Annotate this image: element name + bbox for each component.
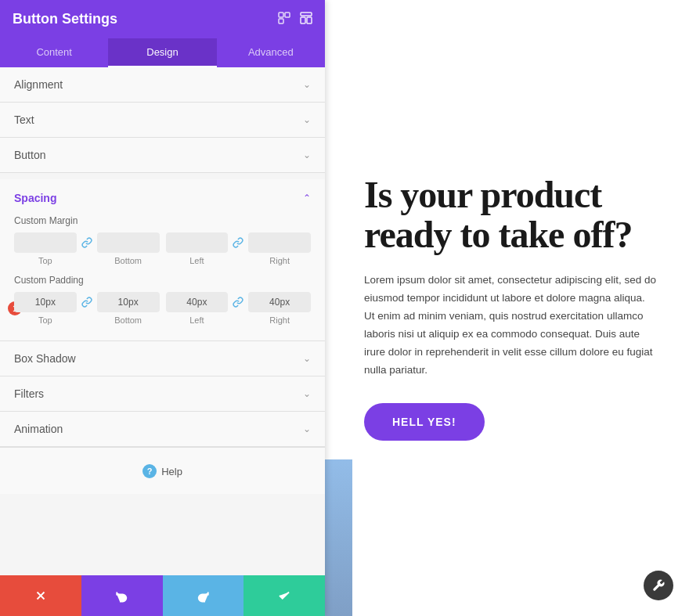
svg-rect-0 bbox=[279, 13, 283, 17]
custom-margin-label: Custom Margin bbox=[14, 215, 311, 226]
settings-panel: Button Settings bbox=[0, 0, 325, 616]
text-chevron: ⌄ bbox=[303, 114, 311, 125]
padding-bottom-group: Bottom bbox=[97, 292, 160, 325]
margin-top-group: Top bbox=[14, 232, 77, 265]
padding-top-label: Top bbox=[38, 315, 52, 325]
redo-button[interactable] bbox=[163, 575, 244, 616]
bottom-bar bbox=[0, 575, 325, 616]
margin-tb-link-icon[interactable] bbox=[81, 237, 92, 250]
margin-top-label: Top bbox=[38, 256, 52, 265]
svg-rect-3 bbox=[301, 13, 312, 16]
margin-bottom-wrap bbox=[97, 232, 160, 253]
spacing-section: Spacing ⌃ Custom Margin Top bbox=[0, 179, 325, 341]
padding-section: Custom Padding 1 Top bbox=[14, 275, 311, 325]
margin-lr-link-icon[interactable] bbox=[233, 237, 243, 250]
help-area: ? Help bbox=[0, 447, 325, 494]
panel-header: Button Settings bbox=[0, 0, 325, 38]
padding-left-group: Left bbox=[166, 292, 229, 325]
animation-chevron: ⌄ bbox=[303, 423, 311, 434]
undo-button[interactable] bbox=[81, 575, 163, 616]
section-box-shadow[interactable]: Box Shadow ⌄ bbox=[0, 341, 325, 376]
panel-title: Button Settings bbox=[13, 11, 117, 27]
spacing-title: Spacing bbox=[14, 192, 56, 204]
padding-right-input[interactable] bbox=[254, 297, 305, 308]
button-chevron: ⌄ bbox=[303, 149, 311, 160]
spacing-header[interactable]: Spacing ⌃ bbox=[14, 192, 311, 204]
padding-right-group: Right bbox=[248, 292, 311, 325]
padding-top-wrap bbox=[14, 292, 77, 312]
margin-right-label: Right bbox=[269, 256, 290, 265]
panel-tabs: Content Design Advanced bbox=[0, 38, 325, 67]
margin-right-input[interactable] bbox=[254, 237, 305, 248]
tab-content[interactable]: Content bbox=[0, 38, 108, 67]
help-label: Help bbox=[161, 466, 182, 477]
margin-bottom-label: Bottom bbox=[114, 256, 142, 265]
panel-header-icons bbox=[278, 12, 312, 27]
alignment-label: Alignment bbox=[14, 78, 63, 91]
section-animation[interactable]: Animation ⌄ bbox=[0, 412, 325, 447]
box-shadow-label: Box Shadow bbox=[14, 352, 76, 365]
svg-rect-5 bbox=[307, 17, 312, 23]
margin-bottom-group: Bottom bbox=[97, 232, 160, 265]
margin-top-input[interactable] bbox=[20, 237, 70, 248]
section-filters[interactable]: Filters ⌄ bbox=[0, 376, 325, 412]
bg-illustration bbox=[325, 459, 352, 616]
svg-rect-4 bbox=[301, 17, 305, 23]
margin-bottom-input[interactable] bbox=[103, 237, 153, 248]
resize-icon[interactable] bbox=[278, 12, 290, 27]
wrench-fab-button[interactable] bbox=[644, 571, 673, 600]
padding-bottom-input[interactable] bbox=[103, 297, 153, 308]
svg-rect-2 bbox=[279, 19, 283, 23]
button-label: Button bbox=[14, 149, 45, 161]
box-shadow-chevron: ⌄ bbox=[303, 353, 311, 364]
padding-right-label: Right bbox=[269, 315, 290, 325]
main-container: Button Settings bbox=[0, 0, 689, 616]
help-button[interactable]: ? Help bbox=[142, 464, 182, 478]
padding-right-wrap bbox=[248, 292, 311, 312]
preview-area: Is your product ready to take off? Lorem… bbox=[325, 0, 689, 616]
margin-right-wrap bbox=[248, 232, 311, 253]
padding-left-label: Left bbox=[189, 315, 204, 325]
tab-advanced[interactable]: Advanced bbox=[217, 38, 325, 67]
text-label: Text bbox=[14, 113, 34, 126]
padding-top-input[interactable] bbox=[20, 297, 70, 308]
panel-scroll: Alignment ⌄ Text ⌄ Button ⌄ Spacing ⌃ bbox=[0, 67, 325, 575]
preview-headline: Is your product ready to take off? bbox=[364, 175, 658, 254]
margin-fields-row: Top Bottom bbox=[14, 232, 311, 265]
tab-design[interactable]: Design bbox=[108, 38, 216, 67]
padding-tb-link-icon[interactable] bbox=[81, 297, 92, 310]
alignment-chevron: ⌄ bbox=[303, 79, 311, 90]
filters-label: Filters bbox=[14, 387, 44, 400]
spacing-chevron-up: ⌃ bbox=[303, 193, 311, 204]
section-text[interactable]: Text ⌄ bbox=[0, 103, 325, 138]
section-button[interactable]: Button ⌄ bbox=[0, 138, 325, 173]
margin-left-wrap bbox=[166, 232, 229, 253]
padding-left-input[interactable] bbox=[172, 297, 222, 308]
padding-fields-row: Top bbox=[14, 292, 311, 325]
preview-cta-button[interactable]: HELL YES! bbox=[364, 403, 485, 441]
padding-bottom-label: Bottom bbox=[114, 315, 142, 325]
margin-left-group: Left bbox=[166, 232, 229, 265]
padding-lr-link-icon[interactable] bbox=[233, 297, 243, 310]
margin-left-label: Left bbox=[189, 256, 204, 265]
margin-left-input[interactable] bbox=[172, 237, 222, 248]
animation-label: Animation bbox=[14, 423, 63, 435]
save-button[interactable] bbox=[243, 575, 325, 616]
filters-chevron: ⌄ bbox=[303, 388, 311, 399]
preview-body: Lorem ipsum dolor sit amet, consectetur … bbox=[364, 272, 658, 380]
padding-row-wrap: 1 Top bbox=[14, 292, 311, 325]
svg-rect-1 bbox=[285, 13, 290, 17]
padding-left-wrap bbox=[166, 292, 229, 312]
margin-right-group: Right bbox=[248, 232, 311, 265]
margin-top-wrap bbox=[14, 232, 77, 253]
custom-padding-label: Custom Padding bbox=[14, 275, 311, 286]
padding-top-group: Top bbox=[14, 292, 77, 325]
padding-bottom-wrap bbox=[97, 292, 160, 312]
close-button[interactable] bbox=[0, 575, 81, 616]
section-alignment[interactable]: Alignment ⌄ bbox=[0, 67, 325, 103]
layout-icon[interactable] bbox=[300, 12, 312, 27]
help-question-icon: ? bbox=[142, 464, 157, 478]
